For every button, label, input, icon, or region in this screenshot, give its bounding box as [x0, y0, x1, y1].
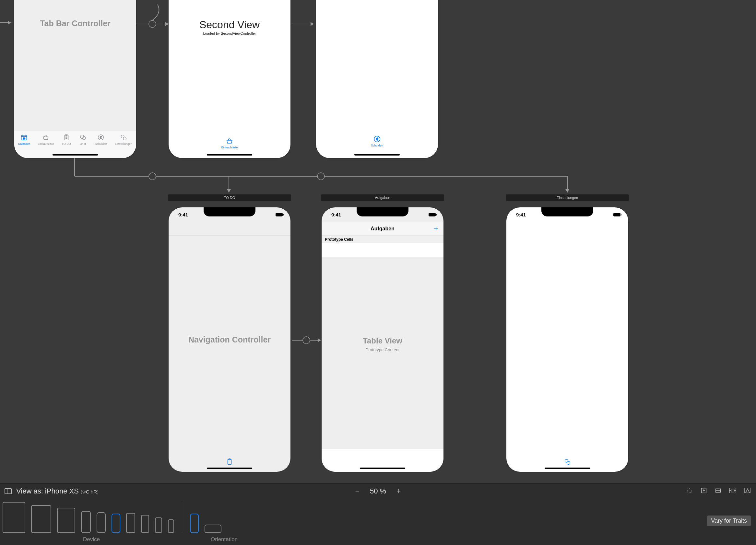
gear-icon	[563, 457, 572, 466]
device-picker: Device Orientation	[0, 499, 756, 533]
svg-rect-37	[731, 489, 734, 492]
home-indicator	[53, 154, 98, 156]
svg-point-10	[317, 173, 325, 180]
svg-text:€: €	[376, 137, 378, 141]
nav-title: Aufgaben	[371, 226, 395, 232]
svg-text:18: 18	[23, 137, 25, 140]
table-view-sublabel: Prototype Content	[322, 347, 443, 352]
svg-point-3	[149, 20, 156, 28]
panel-toggle-icon[interactable]	[5, 488, 12, 494]
battery-icon	[613, 213, 620, 217]
svg-point-33	[567, 461, 570, 464]
home-indicator	[207, 468, 252, 469]
notch	[357, 207, 408, 217]
tab-einkaufsliste[interactable]: Einkaufsliste	[38, 133, 54, 146]
euro-icon: €	[97, 133, 105, 142]
tab-label: Schulden	[371, 144, 383, 147]
embed-in-icon[interactable]	[700, 487, 707, 495]
storyboard-canvas[interactable]: Tab Bar Controller 18 Kalender Einkaufsl…	[0, 0, 756, 545]
device-iphone-8-plus[interactable]	[126, 513, 135, 533]
svg-text:€: €	[100, 136, 102, 139]
device-iphone-4s[interactable]	[168, 519, 174, 533]
clipboard-icon	[62, 133, 71, 142]
bottom-tab-einstellungen[interactable]	[563, 457, 572, 466]
add-button[interactable]: +	[434, 224, 438, 233]
tabbar-controller-label: Tab Bar Controller	[14, 19, 136, 28]
device-iphone-xs-max[interactable]	[81, 511, 91, 533]
tab-todo[interactable]: TO DO	[62, 133, 71, 146]
tab-label: Kalender	[18, 142, 30, 146]
bottom-tab-einkauf[interactable]: Einkaufsliste	[221, 137, 238, 149]
tab-schulden[interactable]: € Schulden	[95, 133, 107, 146]
align-icon[interactable]	[715, 487, 722, 495]
home-indicator	[360, 468, 405, 469]
table-view-label: Table View	[322, 336, 443, 345]
viewas-device: iPhone XS	[45, 487, 79, 495]
home-indicator	[354, 154, 400, 156]
layout-actions	[686, 484, 751, 499]
svg-marker-14	[565, 189, 569, 193]
orientation-portrait[interactable]	[190, 514, 199, 533]
bottom-tab-todo[interactable]	[225, 457, 234, 466]
tab-label: Einkaufsliste	[221, 146, 238, 149]
device-iphone-xr[interactable]	[97, 512, 106, 533]
scene-title-todo[interactable]: TO DO	[168, 195, 291, 201]
update-frames-icon[interactable]	[686, 487, 693, 495]
home-indicator	[545, 468, 590, 469]
tab-label: Schulden	[95, 142, 107, 146]
tab-einstellungen[interactable]: Einstellungen	[115, 133, 132, 146]
second-view-subtitle: Loaded by SecondViewController	[169, 31, 290, 35]
notch	[541, 207, 593, 217]
svg-marker-17	[318, 338, 321, 342]
tab-kalender[interactable]: 18 Kalender	[18, 133, 30, 146]
home-indicator	[207, 154, 252, 156]
tab-chat[interactable]: Chat	[79, 133, 87, 146]
svg-point-34	[687, 488, 692, 493]
scene-schulden[interactable]: € Schulden	[316, 0, 438, 158]
svg-marker-12	[227, 189, 231, 193]
size-class: (wC hR)	[81, 489, 99, 494]
orientation-landscape[interactable]	[205, 525, 221, 533]
nav-controller-label: Navigation Controller	[169, 335, 290, 344]
prototype-section: Prototype Cells	[322, 236, 443, 257]
second-view-title: Second View	[169, 19, 290, 31]
scene-tabbar-controller[interactable]: Tab Bar Controller 18 Kalender Einkaufsl…	[14, 0, 136, 158]
svg-marker-6	[311, 22, 314, 26]
tab-label: Einkaufsliste	[38, 142, 54, 146]
zoom-out-button[interactable]: −	[354, 487, 360, 495]
device-ipad[interactable]	[57, 508, 75, 533]
scene-navigation-controller[interactable]: 9:41 Navigation Controller	[169, 207, 290, 472]
device-ipad-pro-12[interactable]	[3, 502, 25, 533]
scene-einstellungen[interactable]: 9:41	[506, 207, 628, 472]
svg-marker-1	[8, 21, 11, 25]
scene-aufgaben[interactable]: 9:41 Aufgaben + Prototype Cells Table Vi…	[322, 207, 443, 472]
device-iphone-se[interactable]	[155, 517, 162, 533]
prototype-cell[interactable]	[322, 243, 443, 257]
status-time: 9:41	[331, 212, 341, 218]
tab-label: Chat	[80, 142, 86, 146]
svg-point-9	[149, 173, 156, 180]
resolve-issues-icon[interactable]	[744, 487, 751, 495]
scene-title-einstellungen[interactable]: Einstellungen	[506, 195, 629, 201]
tab-label: Einstellungen	[115, 142, 132, 146]
calendar-icon: 18	[20, 133, 28, 142]
viewas-label[interactable]: View as: iPhone XS (wC hR)	[16, 487, 99, 495]
gear-icon	[119, 133, 128, 142]
device-iphone-xs[interactable]	[112, 514, 120, 533]
pin-icon[interactable]	[729, 487, 737, 495]
svg-marker-4	[165, 22, 169, 26]
zoom-level: 50 %	[368, 487, 388, 495]
device-iphone-8[interactable]	[141, 515, 149, 533]
battery-icon	[276, 213, 283, 217]
divider	[182, 502, 182, 533]
scene-second-view[interactable]: Second View Loaded by SecondViewControll…	[169, 0, 290, 158]
bottom-tab-schulden[interactable]: € Schulden	[371, 135, 383, 147]
device-ipad-pro-11[interactable]	[31, 505, 51, 533]
zoom-in-button[interactable]: +	[396, 487, 402, 495]
vary-for-traits-button[interactable]: Vary for Traits	[707, 515, 751, 526]
scene-title-aufgaben[interactable]: Aufgaben	[321, 195, 444, 201]
status-time: 9:41	[178, 212, 188, 218]
basket-icon	[41, 133, 50, 142]
viewas-row: View as: iPhone XS (wC hR) − 50 % +	[0, 484, 756, 499]
euro-icon: €	[373, 135, 381, 143]
